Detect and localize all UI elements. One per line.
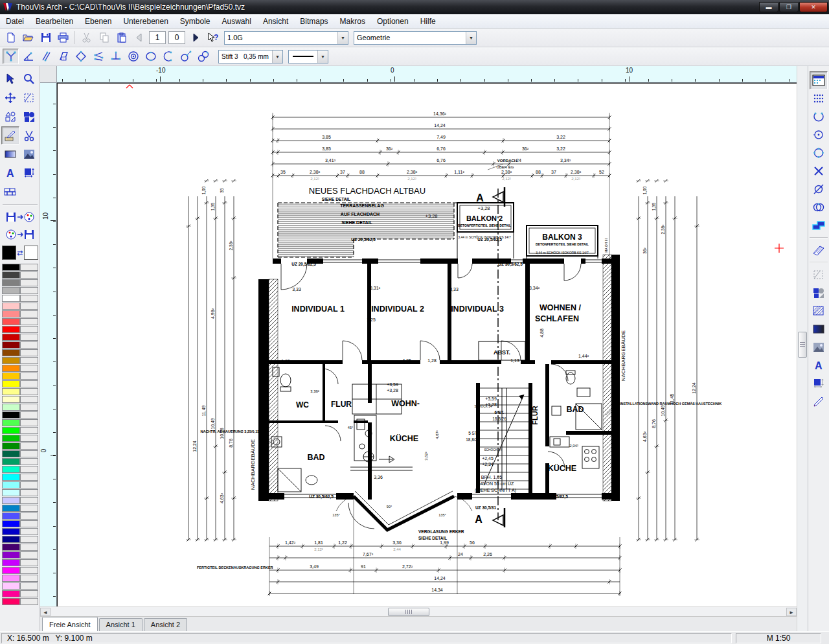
palette-swatch-35[interactable] [2,536,20,543]
palette-swatch-22[interactable] [2,435,20,442]
palette-swatch-9[interactable] [2,334,20,341]
palette-swatch-43[interactable] [2,598,20,605]
image-tool-2[interactable] [810,338,828,356]
menu-item-bitmaps[interactable]: Bitmaps [294,16,334,27]
palette-swatch-alt-39[interactable] [20,567,38,574]
menu-item-auswahl[interactable]: Auswahl [216,16,257,27]
palette-swatch-37[interactable] [2,551,20,558]
palette-swatch-5[interactable] [2,303,20,310]
delete-cross-tool[interactable] [810,162,828,180]
text-tool[interactable]: A [1,164,19,182]
pan-tool[interactable] [1,89,19,107]
shapes-filled-tool-2[interactable] [810,284,828,302]
palette-swatch-alt-29[interactable] [20,489,38,496]
palette-swatch-40[interactable] [2,575,20,582]
palette-swatch-26[interactable] [2,466,20,473]
wall-bricks-tool[interactable] [1,183,19,201]
zoom-tool[interactable] [20,70,38,88]
load-palette-button[interactable] [2,225,38,243]
palette-swatch-alt-16[interactable] [20,388,38,395]
linestyle-combobox[interactable]: ▼ [288,50,328,63]
context-help-button[interactable]: ? [205,30,221,45]
palette-swatch-alt-34[interactable] [20,528,38,535]
palette-swatch-alt-32[interactable] [20,512,38,520]
shapes-outline-tool[interactable] [1,108,19,126]
save-palette-button[interactable] [2,208,38,225]
palette-swatch-alt-30[interactable] [20,497,38,504]
palette-swatch-16[interactable] [2,388,20,395]
palette-swatch-alt-0[interactable] [20,264,38,271]
cut-button[interactable] [78,30,95,45]
palette-swatch-25[interactable] [2,458,20,465]
palette-swatch-6[interactable] [2,310,20,317]
palette-swatch-3[interactable] [2,287,20,294]
two-circles-tool[interactable] [195,49,211,64]
palette-swatch-alt-15[interactable] [20,380,38,387]
palette-swatch-alt-18[interactable] [20,404,38,411]
diamond-tool[interactable] [73,49,89,64]
palette-swatch-17[interactable] [2,396,20,403]
palette-swatch-15[interactable] [2,380,20,387]
palette-swatch-13[interactable] [2,365,20,372]
restore-button[interactable]: ❐ [779,2,799,12]
h-scroll-thumb[interactable] [388,608,429,616]
vertical-scrollbar[interactable] [797,66,808,631]
palette-swatch-alt-17[interactable] [20,396,38,403]
diameter-tool[interactable] [810,180,828,198]
palette-swatch-11[interactable] [2,349,20,356]
palette-swatch-alt-23[interactable] [20,443,38,450]
palette-swatch-alt-9[interactable] [20,334,38,341]
overlap-circles-tool[interactable] [810,198,828,216]
palette-swatch-alt-11[interactable] [20,349,38,356]
save-button[interactable] [38,30,54,45]
menu-item-unterebenen[interactable]: Unterebenen [117,16,174,27]
gradient-fill-tool[interactable] [1,145,19,163]
select-region-tool-2[interactable] [810,266,828,284]
palette-swatch-alt-41[interactable] [20,582,38,590]
palette-swatch-alt-19[interactable] [20,411,38,419]
palette-swatch-alt-20[interactable] [20,419,38,426]
palette-swatch-20[interactable] [2,419,20,426]
drawing-canvas[interactable]: INDIVIDUAL 1INDIVIDUAL 2INDIVIDUAL 3WOHN… [57,83,797,606]
palette-swatch-38[interactable] [2,559,20,566]
palette-swatch-29[interactable] [2,489,20,496]
palette-swatch-18[interactable] [2,404,20,411]
palette-swatch-31[interactable] [2,505,20,512]
palette-swatch-41[interactable] [2,582,20,590]
v-scroll-thumb[interactable] [798,332,807,358]
palette-swatch-alt-24[interactable] [20,450,38,457]
resize-object-tool-2[interactable] [810,374,828,393]
viewport-window-tool[interactable] [810,71,828,89]
polyline-edit-tool[interactable] [3,49,19,64]
palette-swatch-8[interactable] [2,326,20,333]
palette-swatch-27[interactable] [2,474,20,481]
menu-item-hilfe[interactable]: Hilfe [414,16,442,27]
copy-button[interactable] [96,30,112,45]
polygon-fill-tool[interactable] [810,216,828,235]
scissors-tool[interactable] [20,126,38,144]
close-button[interactable]: ✕ [799,2,828,12]
arc-nodes-tool[interactable] [810,108,828,126]
palette-swatch-alt-2[interactable] [20,279,38,286]
palette-swatch-alt-42[interactable] [20,590,38,597]
pen-combobox[interactable]: Stift 3 0,35 mm▼ [218,50,283,63]
point-grid-tool[interactable] [810,89,828,108]
palette-swatch-42[interactable] [2,590,20,597]
palette-swatch-39[interactable] [2,567,20,574]
text-tool-2[interactable]: A [810,356,828,374]
layer-combobox[interactable]: 1.0G▼ [224,31,348,45]
palette-swatch-alt-13[interactable] [20,365,38,372]
parallel-lines-tool[interactable] [38,49,54,64]
arc-tool[interactable] [160,49,176,64]
horizontal-scrollbar[interactable]: ◄ ► [40,606,797,616]
pen-draw-tool[interactable] [810,393,828,411]
swap-colors-button[interactable]: ⇄ [17,250,23,256]
page-next-button[interactable] [187,30,203,45]
draw-measure-tool[interactable] [1,126,19,144]
palette-swatch-34[interactable] [2,528,20,535]
palette-swatch-alt-28[interactable] [20,481,38,489]
hatch-pattern-tool[interactable] [810,302,828,320]
menu-item-bearbeiten[interactable]: Bearbeiten [30,16,79,27]
palette-swatch-alt-10[interactable] [20,341,38,349]
tab-ansicht-2[interactable]: Ansicht 2 [144,618,187,631]
